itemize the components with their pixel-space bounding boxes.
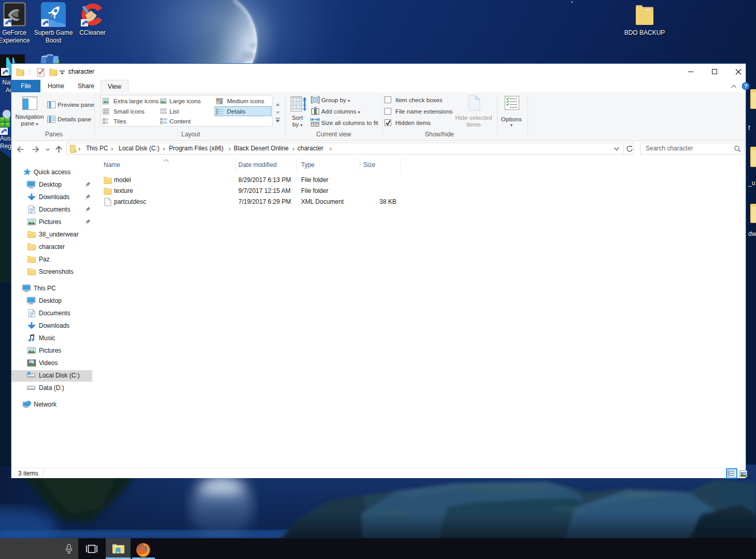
svg-text:?: ?	[744, 83, 748, 89]
